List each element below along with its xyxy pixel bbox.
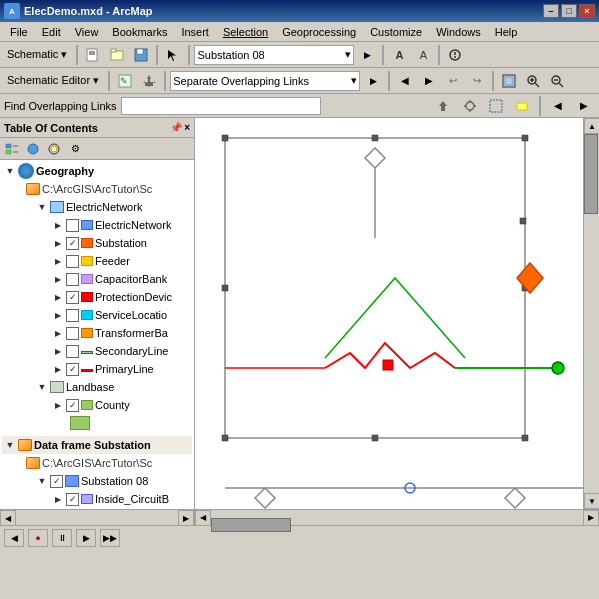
- icb-expand[interactable]: ▶: [50, 491, 66, 507]
- menu-file[interactable]: File: [4, 25, 34, 39]
- dropdown-go-button[interactable]: ▶: [356, 44, 378, 66]
- zoom-fullextent-button[interactable]: [498, 70, 520, 92]
- menu-selection[interactable]: Selection: [217, 25, 274, 39]
- capacitorbank-item[interactable]: ▶ CapacitorBank: [2, 270, 192, 288]
- maximize-button[interactable]: □: [561, 4, 577, 18]
- toc-list-visibility-button[interactable]: [44, 140, 64, 158]
- geography-group-item[interactable]: ▼ Geography: [2, 162, 192, 180]
- find-input[interactable]: [121, 97, 321, 115]
- zoom-out-map-button[interactable]: [546, 70, 568, 92]
- sub-expand[interactable]: ▶: [50, 235, 66, 251]
- trans-checkbox[interactable]: [66, 327, 79, 340]
- electricnetwork-expand[interactable]: ▼: [34, 199, 50, 215]
- electricnetwork-feature-item[interactable]: ▶ ElectricNetwork: [2, 216, 192, 234]
- primaryline-item[interactable]: ▶ PrimaryLine: [2, 360, 192, 378]
- servicelocation-item[interactable]: ▶ ServiceLocatio: [2, 306, 192, 324]
- scroll-down-button[interactable]: ▼: [584, 493, 599, 509]
- diagram-dropdown[interactable]: Substation 08 ▾: [194, 45, 354, 65]
- pan-left-button[interactable]: ◀: [394, 70, 416, 92]
- transformerbank-item[interactable]: ▶ TransformerBa: [2, 324, 192, 342]
- geography-expand[interactable]: ▼: [2, 163, 18, 179]
- find-next-button[interactable]: ▶: [573, 95, 595, 117]
- menu-bookmarks[interactable]: Bookmarks: [106, 25, 173, 39]
- menu-geoprocessing[interactable]: Geoprocessing: [276, 25, 362, 39]
- prot-expand[interactable]: ▶: [50, 289, 66, 305]
- status-pause-button[interactable]: ⏸: [52, 529, 72, 547]
- map-area[interactable]: [195, 118, 583, 509]
- edit-tool-button[interactable]: ✎: [114, 70, 136, 92]
- redo-button[interactable]: ↪: [466, 70, 488, 92]
- select-button[interactable]: [162, 44, 184, 66]
- zoom-out-button[interactable]: A: [412, 44, 434, 66]
- open-diagram-button[interactable]: [106, 44, 128, 66]
- run-algo-button[interactable]: ▶: [362, 70, 384, 92]
- secline-expand[interactable]: ▶: [50, 343, 66, 359]
- primline-expand[interactable]: ▶: [50, 361, 66, 377]
- zoom-in-map-button[interactable]: [522, 70, 544, 92]
- find-pan-button[interactable]: [459, 95, 481, 117]
- undo-button[interactable]: ↩: [442, 70, 464, 92]
- minimize-button[interactable]: –: [543, 4, 559, 18]
- trans-expand[interactable]: ▶: [50, 325, 66, 341]
- status-forward-button[interactable]: ▶▶: [100, 529, 120, 547]
- sub08-checkbox[interactable]: [50, 475, 63, 488]
- hscroll-thumb[interactable]: [211, 518, 291, 532]
- scroll-up-button[interactable]: ▲: [584, 118, 599, 134]
- find-zoom-button[interactable]: [433, 95, 455, 117]
- scroll-left-button[interactable]: ◀: [195, 510, 211, 526]
- toc-scroll-right[interactable]: ▶: [178, 510, 194, 526]
- svc-checkbox[interactable]: [66, 309, 79, 322]
- feeder-item[interactable]: ▶ Feeder: [2, 252, 192, 270]
- substation-item[interactable]: ▶ Substation: [2, 234, 192, 252]
- properties-button[interactable]: [444, 44, 466, 66]
- toc-list-order-button[interactable]: [2, 140, 22, 158]
- svc-expand[interactable]: ▶: [50, 307, 66, 323]
- cap-expand[interactable]: ▶: [50, 271, 66, 287]
- icb-checkbox[interactable]: [66, 493, 79, 506]
- vscroll-thumb[interactable]: [584, 134, 598, 214]
- schematic-menu-button[interactable]: Schematic ▾: [2, 44, 72, 66]
- save-diagram-button[interactable]: [130, 44, 152, 66]
- substation-checkbox[interactable]: [66, 237, 79, 250]
- editor-menu-button[interactable]: Schematic Editor ▾: [2, 70, 104, 92]
- status-back-button[interactable]: ◀: [4, 529, 24, 547]
- en-expand[interactable]: ▶: [50, 217, 66, 233]
- landbase-expand[interactable]: ▼: [34, 379, 50, 395]
- zoom-in-button[interactable]: A: [388, 44, 410, 66]
- inside-circuitb-item[interactable]: ▶ Inside_CircuitB: [2, 490, 192, 508]
- landbase-group-item[interactable]: ▼ Landbase: [2, 378, 192, 396]
- county-checkbox[interactable]: [66, 399, 79, 412]
- county-item[interactable]: ▶ County: [2, 396, 192, 414]
- primline-checkbox[interactable]: [66, 363, 79, 376]
- toc-pin-button[interactable]: 📌: [170, 122, 182, 133]
- prot-checkbox[interactable]: [66, 291, 79, 304]
- status-play-button[interactable]: ▶: [76, 529, 96, 547]
- menu-help[interactable]: Help: [489, 25, 524, 39]
- substation-dataframe-item[interactable]: ▼ Data frame Substation: [2, 436, 192, 454]
- menu-edit[interactable]: Edit: [36, 25, 67, 39]
- pan-right-button[interactable]: ▶: [418, 70, 440, 92]
- cap-checkbox[interactable]: [66, 273, 79, 286]
- substation08-item[interactable]: ▼ Substation 08: [2, 472, 192, 490]
- protectiondevice-item[interactable]: ▶ ProtectionDevic: [2, 288, 192, 306]
- menu-customize[interactable]: Customize: [364, 25, 428, 39]
- secline-checkbox[interactable]: [66, 345, 79, 358]
- close-button[interactable]: ×: [579, 4, 595, 18]
- electricnetwork-group-item[interactable]: ▼ ElectricNetwork: [2, 198, 192, 216]
- toc-scroll-left[interactable]: ◀: [0, 510, 16, 526]
- move-tool-button[interactable]: [138, 70, 160, 92]
- substation-df-expand[interactable]: ▼: [2, 437, 18, 453]
- find-highlight-button[interactable]: [511, 95, 533, 117]
- menu-view[interactable]: View: [69, 25, 105, 39]
- feeder-expand[interactable]: ▶: [50, 253, 66, 269]
- scroll-right-button[interactable]: ▶: [583, 510, 599, 526]
- menu-windows[interactable]: Windows: [430, 25, 487, 39]
- county-expand[interactable]: ▶: [50, 397, 66, 413]
- algorithm-dropdown[interactable]: Separate Overlapping Links ▾: [170, 71, 360, 91]
- electricnetwork-checkbox[interactable]: [66, 219, 79, 232]
- toc-list-source-button[interactable]: [23, 140, 43, 158]
- gis-path-expand[interactable]: [18, 181, 26, 197]
- status-record-button[interactable]: ●: [28, 529, 48, 547]
- toc-options-button[interactable]: ⚙: [65, 140, 85, 158]
- toc-close-button[interactable]: ×: [184, 122, 190, 133]
